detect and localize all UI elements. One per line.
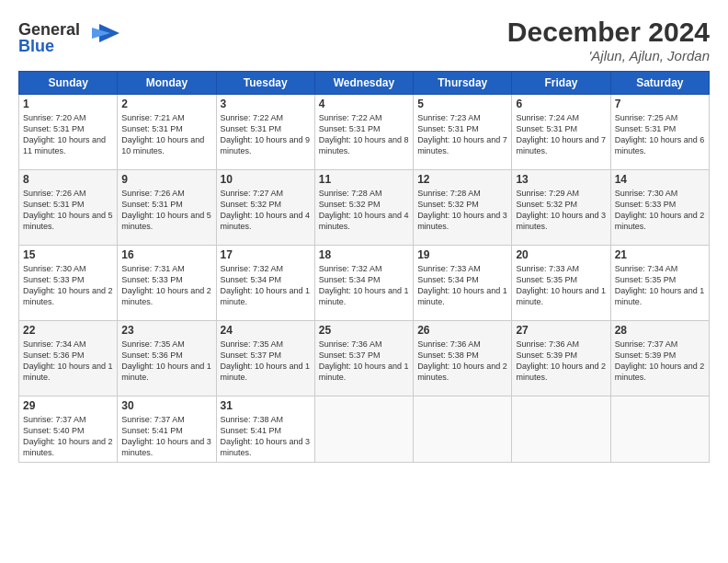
day-number: 17 [221,248,311,261]
day-number: 7 [615,98,705,110]
table-row: 14 Sunrise: 7:30 AMSunset: 5:33 PMDaylig… [610,170,709,246]
day-number: 1 [23,98,113,110]
day-info: Sunrise: 7:32 AMSunset: 5:34 PMDaylight:… [319,263,409,308]
day-number: 31 [221,399,311,412]
table-row [610,396,709,463]
day-number: 23 [121,324,211,337]
day-number: 27 [516,324,606,337]
day-info: Sunrise: 7:25 AMSunset: 5:31 PMDaylight:… [615,112,705,157]
table-row: 22 Sunrise: 7:34 AMSunset: 5:36 PMDaylig… [19,321,118,396]
col-friday: Friday [512,72,610,95]
day-info: Sunrise: 7:22 AMSunset: 5:31 PMDaylight:… [221,112,311,157]
day-number: 3 [221,98,311,110]
table-row: 24 Sunrise: 7:35 AMSunset: 5:37 PMDaylig… [216,321,314,396]
day-number: 9 [121,173,211,186]
table-row: 23 Sunrise: 7:35 AMSunset: 5:36 PMDaylig… [118,321,216,396]
day-info: Sunrise: 7:22 AMSunset: 5:31 PMDaylight:… [319,112,409,157]
calendar-week-3: 15 Sunrise: 7:30 AMSunset: 5:33 PMDaylig… [19,246,710,321]
calendar: Sunday Monday Tuesday Wednesday Thursday… [18,71,710,463]
day-info: Sunrise: 7:26 AMSunset: 5:31 PMDaylight:… [121,188,211,233]
day-number: 4 [319,98,409,110]
table-row: 5 Sunrise: 7:23 AMSunset: 5:31 PMDayligh… [414,95,512,170]
day-number: 6 [516,98,606,110]
day-info: Sunrise: 7:38 AMSunset: 5:41 PMDaylight:… [221,414,311,459]
day-number: 25 [319,324,409,337]
day-number: 13 [516,173,606,186]
month-title: December 2024 [507,17,710,48]
day-info: Sunrise: 7:28 AMSunset: 5:32 PMDaylight:… [417,188,507,233]
table-row: 11 Sunrise: 7:28 AMSunset: 5:32 PMDaylig… [314,170,413,246]
table-row: 28 Sunrise: 7:37 AMSunset: 5:39 PMDaylig… [610,321,709,396]
logo-text: General Blue [18,17,119,61]
day-number: 26 [417,324,507,337]
table-row: 13 Sunrise: 7:29 AMSunset: 5:32 PMDaylig… [512,170,610,246]
day-info: Sunrise: 7:34 AMSunset: 5:35 PMDaylight:… [615,263,705,308]
table-row: 26 Sunrise: 7:36 AMSunset: 5:38 PMDaylig… [414,321,512,396]
day-info: Sunrise: 7:32 AMSunset: 5:34 PMDaylight:… [221,263,311,308]
day-info: Sunrise: 7:31 AMSunset: 5:33 PMDaylight:… [121,263,211,308]
day-info: Sunrise: 7:28 AMSunset: 5:32 PMDaylight:… [319,188,409,233]
table-row: 12 Sunrise: 7:28 AMSunset: 5:32 PMDaylig… [414,170,512,246]
day-info: Sunrise: 7:37 AMSunset: 5:41 PMDaylight:… [121,414,211,459]
day-info: Sunrise: 7:20 AMSunset: 5:31 PMDaylight:… [23,112,113,157]
day-info: Sunrise: 7:30 AMSunset: 5:33 PMDaylight:… [23,263,113,308]
table-row: 1 Sunrise: 7:20 AMSunset: 5:31 PMDayligh… [19,95,118,170]
table-row: 15 Sunrise: 7:30 AMSunset: 5:33 PMDaylig… [19,246,118,321]
day-number: 2 [121,98,211,110]
day-number: 28 [615,324,705,337]
col-monday: Monday [118,72,216,95]
svg-text:General: General [18,20,80,39]
table-row: 30 Sunrise: 7:37 AMSunset: 5:41 PMDaylig… [118,396,216,463]
logo: General Blue [18,17,119,61]
day-info: Sunrise: 7:34 AMSunset: 5:36 PMDaylight:… [23,339,113,384]
col-saturday: Saturday [610,72,709,95]
table-row: 20 Sunrise: 7:33 AMSunset: 5:35 PMDaylig… [512,246,610,321]
day-info: Sunrise: 7:36 AMSunset: 5:37 PMDaylight:… [319,339,409,384]
table-row: 4 Sunrise: 7:22 AMSunset: 5:31 PMDayligh… [314,95,413,170]
day-number: 8 [23,173,113,186]
table-row: 3 Sunrise: 7:22 AMSunset: 5:31 PMDayligh… [216,95,314,170]
day-number: 12 [417,173,507,186]
day-info: Sunrise: 7:30 AMSunset: 5:33 PMDaylight:… [615,188,705,233]
calendar-week-2: 8 Sunrise: 7:26 AMSunset: 5:31 PMDayligh… [19,170,710,246]
table-row: 25 Sunrise: 7:36 AMSunset: 5:37 PMDaylig… [314,321,413,396]
day-number: 16 [121,248,211,261]
day-info: Sunrise: 7:36 AMSunset: 5:38 PMDaylight:… [417,339,507,384]
title-block: December 2024 'Ajlun, Ajlun, Jordan [507,17,710,63]
table-row: 21 Sunrise: 7:34 AMSunset: 5:35 PMDaylig… [610,246,709,321]
table-row: 10 Sunrise: 7:27 AMSunset: 5:32 PMDaylig… [216,170,314,246]
header: General Blue December 2024 'Ajlun, Ajlun… [18,17,710,63]
table-row: 18 Sunrise: 7:32 AMSunset: 5:34 PMDaylig… [314,246,413,321]
table-row: 6 Sunrise: 7:24 AMSunset: 5:31 PMDayligh… [512,95,610,170]
day-number: 15 [23,248,113,261]
day-info: Sunrise: 7:37 AMSunset: 5:39 PMDaylight:… [615,339,705,384]
table-row [512,396,610,463]
day-number: 19 [417,248,507,261]
day-number: 10 [221,173,311,186]
day-number: 20 [516,248,606,261]
col-wednesday: Wednesday [314,72,413,95]
calendar-header-row: Sunday Monday Tuesday Wednesday Thursday… [19,72,710,95]
table-row: 2 Sunrise: 7:21 AMSunset: 5:31 PMDayligh… [118,95,216,170]
col-tuesday: Tuesday [216,72,314,95]
calendar-week-4: 22 Sunrise: 7:34 AMSunset: 5:36 PMDaylig… [19,321,710,396]
day-info: Sunrise: 7:35 AMSunset: 5:36 PMDaylight:… [121,339,211,384]
day-info: Sunrise: 7:27 AMSunset: 5:32 PMDaylight:… [221,188,311,233]
day-info: Sunrise: 7:33 AMSunset: 5:34 PMDaylight:… [417,263,507,308]
location: 'Ajlun, Ajlun, Jordan [507,48,710,63]
day-number: 14 [615,173,705,186]
table-row: 8 Sunrise: 7:26 AMSunset: 5:31 PMDayligh… [19,170,118,246]
day-number: 22 [23,324,113,337]
day-info: Sunrise: 7:37 AMSunset: 5:40 PMDaylight:… [23,414,113,459]
table-row: 9 Sunrise: 7:26 AMSunset: 5:31 PMDayligh… [118,170,216,246]
page: General Blue December 2024 'Ajlun, Ajlun… [0,0,728,563]
day-info: Sunrise: 7:21 AMSunset: 5:31 PMDaylight:… [121,112,211,157]
col-sunday: Sunday [19,72,118,95]
calendar-week-1: 1 Sunrise: 7:20 AMSunset: 5:31 PMDayligh… [19,95,710,170]
day-number: 5 [417,98,507,110]
table-row: 19 Sunrise: 7:33 AMSunset: 5:34 PMDaylig… [414,246,512,321]
day-info: Sunrise: 7:26 AMSunset: 5:31 PMDaylight:… [23,188,113,233]
table-row: 27 Sunrise: 7:36 AMSunset: 5:39 PMDaylig… [512,321,610,396]
day-info: Sunrise: 7:35 AMSunset: 5:37 PMDaylight:… [221,339,311,384]
day-number: 29 [23,399,113,412]
